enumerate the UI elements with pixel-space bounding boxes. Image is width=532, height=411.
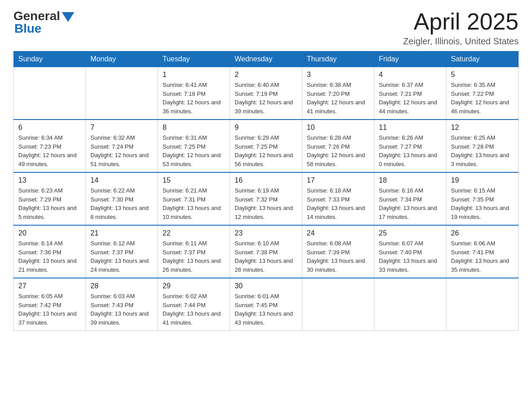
day-info: Sunrise: 6:28 AMSunset: 7:26 PMDaylight:… xyxy=(307,133,369,168)
logo-triangle-icon xyxy=(62,12,74,22)
day-info: Sunrise: 6:01 AMSunset: 7:45 PMDaylight:… xyxy=(235,292,297,327)
day-info: Sunrise: 6:19 AMSunset: 7:32 PMDaylight:… xyxy=(235,186,297,221)
day-number: 2 xyxy=(235,71,297,79)
day-info: Sunrise: 6:10 AMSunset: 7:38 PMDaylight:… xyxy=(235,239,297,274)
calendar-cell xyxy=(446,278,519,331)
logo-container: General Blue xyxy=(13,9,74,36)
day-number: 25 xyxy=(379,229,442,237)
calendar-cell: 18Sunrise: 6:16 AMSunset: 7:34 PMDayligh… xyxy=(374,172,446,225)
calendar-cell: 8Sunrise: 6:31 AMSunset: 7:25 PMDaylight… xyxy=(158,120,230,172)
day-number: 1 xyxy=(163,71,225,79)
day-info: Sunrise: 6:16 AMSunset: 7:34 PMDaylight:… xyxy=(379,186,442,221)
calendar-title: April 2025 xyxy=(403,9,519,34)
day-info: Sunrise: 6:18 AMSunset: 7:33 PMDaylight:… xyxy=(307,186,369,221)
calendar-week-row: 13Sunrise: 6:23 AMSunset: 7:29 PMDayligh… xyxy=(14,172,519,225)
title-section: April 2025 Zeigler, Illinois, United Sta… xyxy=(403,9,519,47)
calendar-cell: 16Sunrise: 6:19 AMSunset: 7:32 PMDayligh… xyxy=(230,172,302,225)
day-number: 16 xyxy=(235,176,297,184)
day-info: Sunrise: 6:06 AMSunset: 7:41 PMDaylight:… xyxy=(451,239,514,274)
calendar-week-row: 6Sunrise: 6:34 AMSunset: 7:23 PMDaylight… xyxy=(14,120,519,172)
col-header-tuesday: Tuesday xyxy=(158,51,230,67)
calendar-cell: 28Sunrise: 6:03 AMSunset: 7:43 PMDayligh… xyxy=(86,278,158,331)
day-number: 28 xyxy=(90,282,153,290)
calendar-cell: 22Sunrise: 6:11 AMSunset: 7:37 PMDayligh… xyxy=(158,225,230,278)
calendar-cell: 12Sunrise: 6:25 AMSunset: 7:28 PMDayligh… xyxy=(446,120,519,172)
day-info: Sunrise: 6:05 AMSunset: 7:42 PMDaylight:… xyxy=(18,292,81,327)
day-number: 4 xyxy=(379,71,442,79)
calendar-cell: 6Sunrise: 6:34 AMSunset: 7:23 PMDaylight… xyxy=(14,120,86,172)
day-number: 13 xyxy=(18,176,81,184)
day-info: Sunrise: 6:34 AMSunset: 7:23 PMDaylight:… xyxy=(18,133,81,168)
calendar-cell: 7Sunrise: 6:32 AMSunset: 7:24 PMDaylight… xyxy=(86,120,158,172)
day-info: Sunrise: 6:41 AMSunset: 7:18 PMDaylight:… xyxy=(163,81,225,116)
calendar-week-row: 20Sunrise: 6:14 AMSunset: 7:36 PMDayligh… xyxy=(14,225,519,278)
calendar-cell: 13Sunrise: 6:23 AMSunset: 7:29 PMDayligh… xyxy=(14,172,86,225)
calendar-cell: 23Sunrise: 6:10 AMSunset: 7:38 PMDayligh… xyxy=(230,225,302,278)
day-info: Sunrise: 6:29 AMSunset: 7:25 PMDaylight:… xyxy=(235,133,297,168)
day-info: Sunrise: 6:31 AMSunset: 7:25 PMDaylight:… xyxy=(163,133,225,168)
col-header-thursday: Thursday xyxy=(302,51,374,67)
calendar-cell: 15Sunrise: 6:21 AMSunset: 7:31 PMDayligh… xyxy=(158,172,230,225)
day-info: Sunrise: 6:22 AMSunset: 7:30 PMDaylight:… xyxy=(90,186,153,221)
calendar-cell xyxy=(86,67,158,120)
day-number: 26 xyxy=(451,229,514,237)
day-info: Sunrise: 6:23 AMSunset: 7:29 PMDaylight:… xyxy=(18,186,81,221)
day-info: Sunrise: 6:02 AMSunset: 7:44 PMDaylight:… xyxy=(163,292,225,327)
col-header-friday: Friday xyxy=(374,51,446,67)
calendar-cell: 25Sunrise: 6:07 AMSunset: 7:40 PMDayligh… xyxy=(374,225,446,278)
calendar-cell: 5Sunrise: 6:35 AMSunset: 7:22 PMDaylight… xyxy=(446,67,519,120)
day-info: Sunrise: 6:32 AMSunset: 7:24 PMDaylight:… xyxy=(90,133,153,168)
calendar-cell xyxy=(14,67,86,120)
calendar-header-row: SundayMondayTuesdayWednesdayThursdayFrid… xyxy=(14,51,519,67)
day-info: Sunrise: 6:35 AMSunset: 7:22 PMDaylight:… xyxy=(451,81,514,116)
day-number: 6 xyxy=(18,124,81,132)
col-header-wednesday: Wednesday xyxy=(230,51,302,67)
day-number: 14 xyxy=(90,176,153,184)
calendar-cell xyxy=(374,278,446,331)
day-info: Sunrise: 6:40 AMSunset: 7:19 PMDaylight:… xyxy=(235,81,297,116)
calendar-cell: 24Sunrise: 6:08 AMSunset: 7:39 PMDayligh… xyxy=(302,225,374,278)
calendar-cell: 1Sunrise: 6:41 AMSunset: 7:18 PMDaylight… xyxy=(158,67,230,120)
day-number: 8 xyxy=(163,124,225,132)
day-info: Sunrise: 6:21 AMSunset: 7:31 PMDaylight:… xyxy=(163,186,225,221)
calendar-cell: 27Sunrise: 6:05 AMSunset: 7:42 PMDayligh… xyxy=(14,278,86,331)
day-info: Sunrise: 6:15 AMSunset: 7:35 PMDaylight:… xyxy=(451,186,514,221)
day-number: 30 xyxy=(235,282,297,290)
day-info: Sunrise: 6:12 AMSunset: 7:37 PMDaylight:… xyxy=(90,239,153,274)
day-number: 11 xyxy=(379,124,442,132)
logo-icon xyxy=(61,10,74,22)
calendar-cell: 9Sunrise: 6:29 AMSunset: 7:25 PMDaylight… xyxy=(230,120,302,172)
day-info: Sunrise: 6:25 AMSunset: 7:28 PMDaylight:… xyxy=(451,133,514,168)
calendar-week-row: 27Sunrise: 6:05 AMSunset: 7:42 PMDayligh… xyxy=(14,278,519,331)
day-number: 23 xyxy=(235,229,297,237)
day-info: Sunrise: 6:03 AMSunset: 7:43 PMDaylight:… xyxy=(90,292,153,327)
calendar-cell: 21Sunrise: 6:12 AMSunset: 7:37 PMDayligh… xyxy=(86,225,158,278)
day-info: Sunrise: 6:11 AMSunset: 7:37 PMDaylight:… xyxy=(163,239,225,274)
calendar-cell: 30Sunrise: 6:01 AMSunset: 7:45 PMDayligh… xyxy=(230,278,302,331)
day-number: 20 xyxy=(18,229,81,237)
logo-blue-text: Blue xyxy=(14,21,42,36)
calendar-cell: 20Sunrise: 6:14 AMSunset: 7:36 PMDayligh… xyxy=(14,225,86,278)
col-header-sunday: Sunday xyxy=(14,51,86,67)
col-header-monday: Monday xyxy=(86,51,158,67)
day-number: 10 xyxy=(307,124,369,132)
calendar-week-row: 1Sunrise: 6:41 AMSunset: 7:18 PMDaylight… xyxy=(14,67,519,120)
calendar-cell: 17Sunrise: 6:18 AMSunset: 7:33 PMDayligh… xyxy=(302,172,374,225)
col-header-saturday: Saturday xyxy=(446,51,519,67)
calendar-cell: 26Sunrise: 6:06 AMSunset: 7:41 PMDayligh… xyxy=(446,225,519,278)
calendar-subtitle: Zeigler, Illinois, United States xyxy=(403,36,519,47)
day-number: 19 xyxy=(451,176,514,184)
day-info: Sunrise: 6:07 AMSunset: 7:40 PMDaylight:… xyxy=(379,239,442,274)
day-number: 7 xyxy=(90,124,153,132)
day-number: 9 xyxy=(235,124,297,132)
calendar-table: SundayMondayTuesdayWednesdayThursdayFrid… xyxy=(13,51,519,331)
calendar-cell: 4Sunrise: 6:37 AMSunset: 7:21 PMDaylight… xyxy=(374,67,446,120)
day-number: 5 xyxy=(451,71,514,79)
calendar-cell: 2Sunrise: 6:40 AMSunset: 7:19 PMDaylight… xyxy=(230,67,302,120)
calendar-cell: 29Sunrise: 6:02 AMSunset: 7:44 PMDayligh… xyxy=(158,278,230,331)
calendar-cell: 11Sunrise: 6:26 AMSunset: 7:27 PMDayligh… xyxy=(374,120,446,172)
page-header: General Blue April 2025 Zeigler, Illinoi… xyxy=(13,9,519,47)
day-number: 24 xyxy=(307,229,369,237)
day-info: Sunrise: 6:14 AMSunset: 7:36 PMDaylight:… xyxy=(18,239,81,274)
day-number: 18 xyxy=(379,176,442,184)
